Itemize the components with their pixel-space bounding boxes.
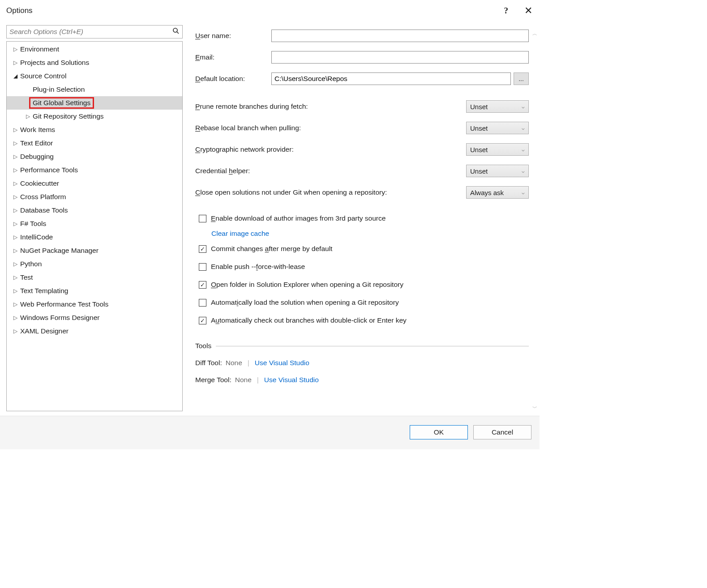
chevron-right-icon[interactable]: ▷: [11, 46, 19, 52]
tree-item[interactable]: ▷Database Tools: [7, 204, 182, 217]
chevron-right-icon[interactable]: ▷: [11, 60, 19, 66]
svg-line-1: [177, 32, 179, 34]
search-box[interactable]: [6, 25, 183, 38]
tree-item[interactable]: ▷NuGet Package Manager: [7, 244, 182, 257]
chevron-right-icon[interactable]: ▷: [11, 180, 19, 187]
tree-item[interactable]: ▷XAML Designer: [7, 324, 182, 338]
search-input[interactable]: [7, 27, 170, 36]
setting-row: Cryptographic network provider:Unset⌵: [195, 139, 529, 160]
separator: |: [255, 376, 261, 384]
tree-item[interactable]: ▷IntelliCode: [7, 230, 182, 244]
help-button[interactable]: ?: [504, 6, 509, 16]
checkbox[interactable]: ✓: [199, 245, 206, 253]
chevron-right-icon[interactable]: ▷: [11, 127, 19, 133]
chevron-right-icon[interactable]: ▷: [11, 247, 19, 254]
close-button[interactable]: ✕: [522, 5, 535, 17]
scroll-up-icon[interactable]: ︿: [532, 30, 537, 37]
tree-item-label: XAML Designer: [19, 327, 69, 335]
email-input[interactable]: [271, 51, 529, 64]
browse-button[interactable]: ...: [514, 72, 529, 85]
checkbox[interactable]: ✓: [199, 317, 206, 324]
setting-label: Credential helper:: [195, 167, 466, 175]
tree-item[interactable]: ▷Performance Tools: [7, 163, 182, 177]
options-dialog: Options ? ✕ ▷Environment▷Projects and So…: [0, 0, 540, 449]
tree-item-label: Debugging: [19, 153, 54, 161]
tree-item[interactable]: ▷Debugging: [7, 150, 182, 163]
ok-button[interactable]: OK: [410, 425, 468, 439]
username-input[interactable]: [271, 30, 529, 42]
checkbox[interactable]: [199, 299, 206, 307]
chevron-right-icon[interactable]: ▷: [11, 288, 19, 294]
checkbox-label[interactable]: Open folder in Solution Explorer when op…: [211, 281, 403, 289]
chevron-right-icon[interactable]: ▷: [11, 261, 19, 267]
dialog-body: ▷Environment▷Projects and Solutions◢Sour…: [0, 20, 540, 411]
scroll-down-icon[interactable]: ﹀: [532, 405, 537, 411]
setting-select[interactable]: Unset⌵: [466, 100, 529, 113]
tree-item[interactable]: ▷Projects and Solutions: [7, 56, 182, 69]
chevron-down-icon: ⌵: [522, 190, 525, 196]
tree-item[interactable]: ▷Cookiecutter: [7, 177, 182, 190]
checkbox[interactable]: ✓: [199, 281, 206, 289]
setting-select[interactable]: Unset⌵: [466, 122, 529, 134]
checkbox-label[interactable]: Automatically check out branches with do…: [211, 316, 407, 324]
tree-item-label: Text Editor: [19, 139, 53, 147]
clear-image-cache-link[interactable]: Clear image cache: [211, 230, 269, 238]
setting-select[interactable]: Unset⌵: [466, 165, 529, 177]
tree-item[interactable]: ▷Windows Forms Designer: [7, 311, 182, 324]
tree-item[interactable]: ▷Environment: [7, 43, 182, 56]
tools-header: Tools: [195, 342, 529, 350]
chevron-right-icon[interactable]: ▷: [11, 221, 19, 227]
category-tree[interactable]: ▷Environment▷Projects and Solutions◢Sour…: [6, 41, 183, 411]
tree-item[interactable]: ▷Test: [7, 271, 182, 284]
setting-row: Rebase local branch when pulling:Unset⌵: [195, 117, 529, 139]
chevron-down-icon: ⌵: [522, 147, 525, 153]
chevron-right-icon[interactable]: ▷: [11, 328, 19, 334]
checkbox-label[interactable]: Enable download of author images from 3r…: [211, 214, 386, 222]
chevron-down-icon: ⌵: [522, 104, 525, 110]
tree-item[interactable]: ▷Text Templating: [7, 284, 182, 298]
chevron-right-icon[interactable]: ▷: [11, 234, 19, 240]
checkbox-row: Enable push --force-with-lease: [195, 258, 529, 276]
chevron-right-icon[interactable]: ▷: [11, 194, 19, 200]
chevron-right-icon[interactable]: ▷: [11, 274, 19, 281]
setting-select[interactable]: Unset⌵: [466, 143, 529, 156]
tree-item[interactable]: ◢Source Control: [7, 69, 182, 83]
tree-item[interactable]: ▷Web Performance Test Tools: [7, 298, 182, 311]
tree-item[interactable]: ▷Text Editor: [7, 136, 182, 150]
select-value: Unset: [470, 167, 488, 175]
select-value: Unset: [470, 124, 488, 132]
chevron-right-icon[interactable]: ▷: [11, 207, 19, 213]
checkbox-row: Automatically load the solution when ope…: [195, 294, 529, 311]
checkbox[interactable]: [199, 215, 206, 222]
tree-item-label: NuGet Package Manager: [19, 247, 99, 255]
checkbox-label[interactable]: Commit changes after merge by default: [211, 245, 332, 253]
tree-item[interactable]: ▷Plug-in Selection: [7, 83, 182, 96]
checkbox-row: ✓Open folder in Solution Explorer when o…: [195, 276, 529, 294]
tree-item[interactable]: ▷Cross Platform: [7, 190, 182, 204]
chevron-right-icon[interactable]: ▷: [24, 113, 32, 119]
tree-item-label: Python: [19, 260, 42, 268]
chevron-right-icon[interactable]: ▷: [11, 301, 19, 307]
checkbox-label[interactable]: Enable push --force-with-lease: [211, 263, 305, 271]
checkbox[interactable]: [199, 263, 206, 271]
chevron-right-icon[interactable]: ▷: [11, 315, 19, 321]
tree-item[interactable]: ▷Git Repository Settings: [7, 110, 182, 123]
window-controls: ? ✕: [504, 5, 536, 17]
tree-item[interactable]: ▷Git Global Settings: [7, 96, 182, 110]
default-location-input[interactable]: [271, 72, 511, 85]
tree-item[interactable]: ▷Python: [7, 257, 182, 271]
checkbox-label[interactable]: Automatically load the solution when ope…: [211, 298, 399, 307]
cancel-button[interactable]: Cancel: [473, 425, 531, 439]
setting-select[interactable]: Always ask⌵: [466, 186, 529, 199]
chevron-right-icon[interactable]: ▷: [11, 140, 19, 146]
diff-tool-value: None: [226, 359, 242, 367]
chevron-right-icon[interactable]: ▷: [11, 167, 19, 173]
scrollbar[interactable]: ︿ ﹀: [531, 30, 538, 411]
chevron-right-icon[interactable]: ▷: [11, 153, 19, 160]
merge-use-vs-link[interactable]: Use Visual Studio: [264, 376, 319, 384]
tree-item[interactable]: ▷Work Items: [7, 123, 182, 136]
diff-use-vs-link[interactable]: Use Visual Studio: [255, 359, 309, 367]
diff-tool-row: Diff Tool: None | Use Visual Studio: [195, 354, 529, 371]
chevron-down-icon[interactable]: ◢: [11, 73, 19, 79]
tree-item[interactable]: ▷F# Tools: [7, 217, 182, 230]
